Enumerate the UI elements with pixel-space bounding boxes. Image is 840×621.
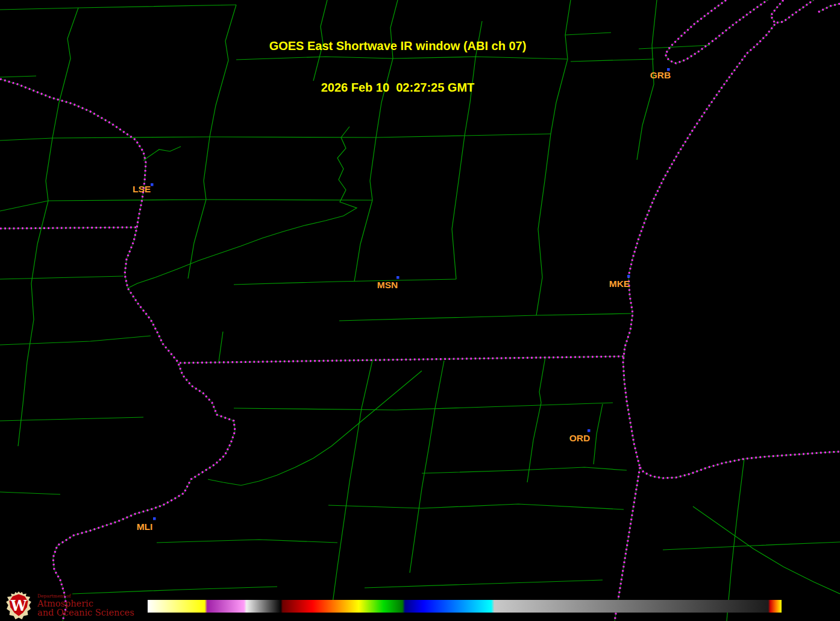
county-line (333, 361, 372, 603)
station-label-MKE: MKE (609, 279, 630, 289)
image-title: GOES East Shortwave IR window (ABI ch 07… (0, 11, 795, 122)
temperature-colorbar (148, 600, 782, 613)
county-line (128, 127, 357, 288)
county-line (339, 314, 632, 321)
county-line (693, 506, 840, 594)
title-line1: GOES East Shortwave IR window (ABI ch 07… (0, 39, 795, 53)
county-line (0, 5, 236, 10)
county-line (410, 361, 444, 573)
county-line (157, 540, 337, 543)
station-dot-LSE (151, 183, 154, 186)
county-line (234, 279, 456, 285)
satellite-viewer: GRBLSEMSNMKEORDMLI GOES East Shortwave I… (0, 0, 840, 621)
county-line (219, 332, 223, 362)
svg-text:W: W (10, 597, 27, 614)
state-border (818, 4, 840, 12)
county-line (0, 276, 124, 279)
aos-logo-text: Department of Atmospheric and Oceanic Sc… (37, 594, 134, 617)
county-line (452, 136, 465, 279)
station-dot-MSN (396, 276, 400, 279)
county-line (208, 371, 422, 485)
county-line (18, 244, 37, 446)
state-border (640, 452, 840, 478)
county-line (0, 336, 151, 345)
title-line2: 2026 Feb 10 02:27:25 GMT (0, 81, 795, 95)
aos-logo: W Department of Atmospheric and Oceanic … (5, 591, 134, 621)
county-line (354, 137, 376, 282)
state-border-underlay (818, 4, 840, 12)
county-line (0, 134, 551, 140)
station-dot-MLI (153, 517, 156, 520)
county-line (0, 492, 60, 494)
county-line (365, 580, 603, 588)
county-line (727, 459, 744, 621)
station-dot-ORD (588, 429, 591, 432)
station-label-MSN: MSN (377, 280, 398, 290)
station-label-ORD: ORD (569, 433, 590, 443)
station-label-LSE: LSE (133, 184, 151, 194)
station-label-MLI: MLI (137, 522, 153, 532)
county-line (328, 504, 624, 509)
state-border (0, 79, 235, 621)
logo-name-line1: Atmospheric (37, 599, 134, 608)
county-line (594, 404, 603, 464)
state-border-underlay (640, 452, 840, 478)
county-line (234, 403, 613, 410)
logo-name-line2: and Oceanic Sciences (37, 608, 134, 617)
county-line (422, 467, 627, 473)
county-line (0, 200, 372, 211)
county-line (527, 357, 545, 482)
logo-dept-line: Department of (37, 594, 134, 599)
county-line (663, 542, 840, 550)
county-line (188, 137, 210, 279)
state-border-underlay (0, 79, 235, 621)
state-border-underlay (0, 227, 137, 229)
county-line (143, 147, 181, 160)
uw-crest-icon: W (5, 591, 33, 621)
station-dot-MKE (627, 275, 630, 278)
county-line (536, 134, 551, 315)
